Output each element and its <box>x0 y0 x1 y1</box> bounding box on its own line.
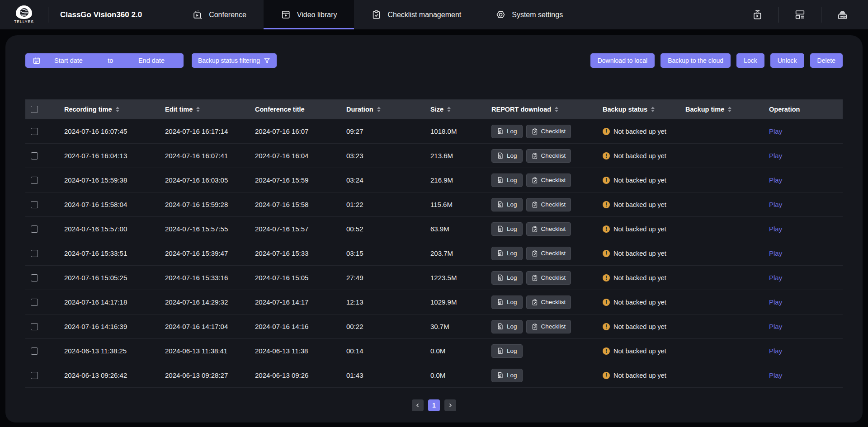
row-checkbox[interactable] <box>31 299 38 306</box>
log-download-button[interactable]: Log <box>491 296 523 309</box>
checklist-download-button[interactable]: Checklist <box>526 222 571 236</box>
sort-icon[interactable] <box>728 107 731 112</box>
play-link[interactable]: Play <box>769 274 782 282</box>
sort-icon[interactable] <box>116 107 119 112</box>
checklist-download-button[interactable]: Checklist <box>526 174 571 187</box>
play-link[interactable]: Play <box>769 323 782 330</box>
row-checkbox[interactable] <box>31 201 38 208</box>
column-header[interactable]: Size <box>430 106 491 113</box>
download-to-local-button[interactable]: Download to local <box>590 53 655 68</box>
log-download-button[interactable]: Log <box>491 271 523 285</box>
backup-to-cloud-button[interactable]: Backup to the cloud <box>660 53 731 68</box>
play-link[interactable]: Play <box>769 298 782 306</box>
play-link[interactable]: Play <box>769 152 782 160</box>
tab-label: Checklist management <box>387 11 461 19</box>
start-date-field[interactable]: Start date <box>54 57 83 64</box>
log-download-button[interactable]: Log <box>491 247 523 260</box>
play-link[interactable]: Play <box>769 225 782 233</box>
log-download-button[interactable]: Log <box>491 125 523 138</box>
end-date-field[interactable]: End date <box>138 57 165 64</box>
log-download-button[interactable]: Log <box>491 149 523 163</box>
next-page-button[interactable] <box>444 399 456 411</box>
date-range-picker[interactable]: Start date to End date <box>25 53 184 68</box>
prev-page-button[interactable] <box>412 399 424 411</box>
tab-video-library[interactable]: Video library <box>264 0 354 29</box>
play-link[interactable]: Play <box>769 176 782 184</box>
live-cast-icon[interactable] <box>736 9 778 21</box>
edit-time-cell: 2024-07-16 14:17:04 <box>165 323 255 330</box>
content-card: Start date to End date Backup status fil… <box>5 35 863 422</box>
table-header: Recording time Edit time Conference titl… <box>25 99 843 119</box>
checklist-download-button[interactable]: Checklist <box>526 198 571 211</box>
select-all-cell <box>25 106 64 113</box>
lock-button[interactable]: Lock <box>736 53 764 68</box>
edit-time-cell: 2024-07-16 15:59:28 <box>165 201 255 208</box>
checklist-download-button[interactable]: Checklist <box>526 125 571 138</box>
checklist-download-button[interactable]: Checklist <box>526 247 571 260</box>
log-download-button[interactable]: Log <box>491 344 523 358</box>
column-header[interactable]: Recording time <box>64 106 165 113</box>
play-link[interactable]: Play <box>769 347 782 355</box>
tab-checklist-management[interactable]: Checklist management <box>354 0 478 29</box>
conference-title-cell: 2024-07-16 15:57 <box>255 225 346 233</box>
unlock-button[interactable]: Unlock <box>770 53 804 68</box>
bulk-actions: Download to local Backup to the cloud Lo… <box>590 53 843 68</box>
duration-cell: 03:23 <box>346 152 430 160</box>
column-header[interactable]: Edit time <box>165 106 255 113</box>
column-header[interactable]: REPORT download <box>491 106 603 113</box>
backup-status-filter-button[interactable]: Backup status filtering <box>192 53 277 68</box>
tab-conference[interactable]: Conference <box>175 0 264 29</box>
sort-icon[interactable] <box>377 107 381 112</box>
sort-icon[interactable] <box>555 107 558 112</box>
delete-button[interactable]: Delete <box>810 53 843 68</box>
sort-icon[interactable] <box>447 107 451 112</box>
row-checkbox[interactable] <box>31 323 38 330</box>
current-page-button[interactable]: 1 <box>428 399 440 411</box>
backup-status-filter-label: Backup status filtering <box>198 57 260 64</box>
checklist-download-button[interactable]: Checklist <box>526 296 571 309</box>
row-checkbox[interactable] <box>31 177 38 184</box>
size-cell: 115.6M <box>430 201 491 208</box>
column-header[interactable]: Backup time <box>685 106 769 113</box>
tab-system-settings[interactable]: System settings <box>478 0 580 29</box>
recording-time-cell: 2024-07-16 15:59:38 <box>64 176 165 184</box>
row-checkbox[interactable] <box>31 250 38 257</box>
conference-title-cell: 2024-06-13 09:26 <box>255 371 346 379</box>
logo-text: TELLYES <box>14 19 34 24</box>
play-link[interactable]: Play <box>769 127 782 135</box>
recording-time-cell: 2024-06-13 11:38:25 <box>64 347 165 355</box>
row-checkbox[interactable] <box>31 372 38 379</box>
recordings-table: Recording time Edit time Conference titl… <box>25 99 843 388</box>
checklist-download-button[interactable]: Checklist <box>526 271 571 285</box>
sort-icon[interactable] <box>196 107 200 112</box>
duration-cell: 01:22 <box>346 201 430 208</box>
checklist-download-button[interactable]: Checklist <box>526 149 571 163</box>
recording-time-cell: 2024-07-16 15:05:25 <box>64 274 165 282</box>
row-checkbox[interactable] <box>31 347 38 355</box>
warning-icon <box>603 225 610 233</box>
select-all-checkbox[interactable] <box>31 106 38 113</box>
play-link[interactable]: Play <box>769 371 782 379</box>
column-header[interactable]: Backup status <box>603 106 685 113</box>
log-download-button[interactable]: Log <box>491 222 523 236</box>
recorder-device-icon[interactable] <box>821 9 863 21</box>
conference-title-cell: 2024-07-16 14:17 <box>255 298 346 306</box>
play-link[interactable]: Play <box>769 201 782 208</box>
log-file-icon <box>497 274 504 281</box>
row-checkbox[interactable] <box>31 128 38 135</box>
column-header[interactable]: Duration <box>346 106 430 113</box>
log-download-button[interactable]: Log <box>491 174 523 187</box>
conference-title-cell: 2024-07-16 15:59 <box>255 176 346 184</box>
checklist-download-button[interactable]: Checklist <box>526 320 571 333</box>
row-checkbox[interactable] <box>31 274 38 282</box>
sort-icon[interactable] <box>651 107 655 112</box>
conference-title-cell: 2024-07-16 15:05 <box>255 274 346 282</box>
play-link[interactable]: Play <box>769 249 782 257</box>
log-download-button[interactable]: Log <box>491 320 523 333</box>
log-download-button[interactable]: Log <box>491 198 523 211</box>
size-cell: 1223.5M <box>430 274 491 282</box>
layout-icon[interactable] <box>779 9 821 21</box>
row-checkbox[interactable] <box>31 152 38 160</box>
log-download-button[interactable]: Log <box>491 369 523 382</box>
row-checkbox[interactable] <box>31 225 38 233</box>
